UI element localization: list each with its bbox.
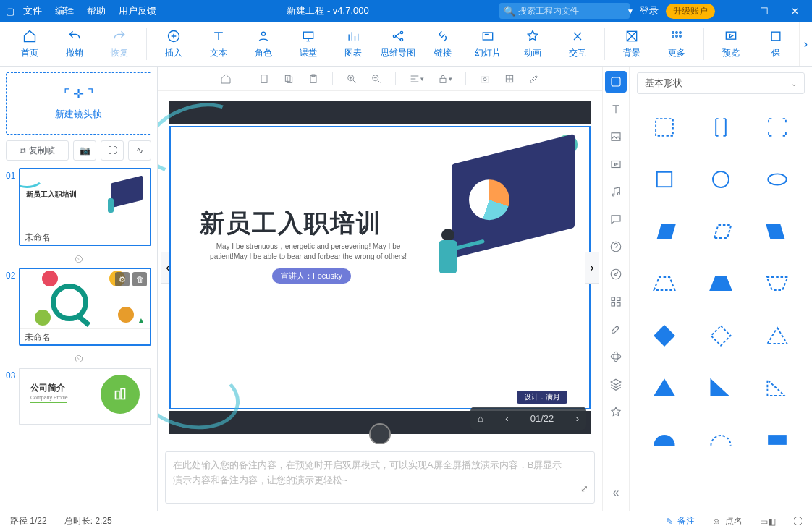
shape-block[interactable] bbox=[754, 424, 800, 456]
shape-ellipse[interactable] bbox=[754, 163, 800, 195]
presenter-badge[interactable]: 宣讲人：Focusky bbox=[272, 268, 351, 284]
rollcall-button[interactable]: ☺点名 bbox=[712, 515, 743, 527]
shape-triangle[interactable] bbox=[641, 372, 688, 404]
notes-toggle[interactable]: ✎备注 bbox=[666, 515, 695, 527]
ribbon-background[interactable]: 背景 bbox=[609, 28, 654, 59]
rail-comment[interactable] bbox=[605, 208, 627, 230]
copy-icon[interactable] bbox=[283, 73, 295, 85]
shape-arc-dashed[interactable] bbox=[698, 424, 744, 456]
rail-shapes[interactable] bbox=[605, 71, 627, 93]
shape-diamond-dashed[interactable] bbox=[698, 320, 744, 352]
edit-icon[interactable] bbox=[528, 73, 540, 85]
paste-icon[interactable] bbox=[308, 73, 319, 85]
ribbon-slide[interactable]: 幻灯片 bbox=[465, 28, 510, 59]
shape-trapezoid-dashed[interactable] bbox=[641, 268, 688, 300]
rail-favorite[interactable] bbox=[605, 401, 627, 422]
rail-help[interactable] bbox=[605, 236, 627, 258]
shape-right-triangle-dashed[interactable] bbox=[754, 372, 800, 404]
ribbon-mindmap[interactable]: 思维导图 bbox=[376, 28, 420, 59]
ribbon-more[interactable]: 更多 bbox=[654, 28, 699, 59]
menu-file[interactable]: 文件 bbox=[23, 4, 42, 17]
menu-edit[interactable]: 编辑 bbox=[55, 4, 74, 17]
shape-corners[interactable] bbox=[754, 111, 800, 143]
slide-thumb-2[interactable]: ▲ ⚙ 🗑 未命名 bbox=[19, 268, 151, 346]
shape-diamond[interactable] bbox=[641, 320, 688, 352]
upgrade-button[interactable]: 升级账户 bbox=[666, 4, 715, 19]
shape-arc[interactable] bbox=[641, 424, 688, 456]
ribbon-undo[interactable]: 撤销 bbox=[52, 28, 97, 59]
search-input[interactable] bbox=[518, 6, 627, 16]
slide-thumb-1[interactable]: 新员工入职培训 未命名 bbox=[19, 168, 151, 246]
ribbon-text[interactable]: 文本 bbox=[196, 28, 241, 59]
minimize-button[interactable]: — bbox=[722, 6, 745, 17]
camera-icon[interactable] bbox=[479, 73, 491, 85]
search-box[interactable]: 🔍 ▼ bbox=[499, 3, 630, 19]
rail-music[interactable] bbox=[605, 181, 627, 203]
shapes-dropdown[interactable]: 基本形状 ⌄ bbox=[637, 72, 805, 94]
notes-area[interactable]: 在此处输入您的备注内容，在预览时开启双屏模式，可以实现A屏全屏播放演示内容，B屏… bbox=[165, 451, 595, 504]
slide-subtitle[interactable]: May I be strenuous，energetic and perseve… bbox=[207, 242, 410, 262]
shape-circle[interactable] bbox=[698, 163, 744, 195]
ribbon-save[interactable]: 保 bbox=[753, 28, 798, 59]
ribbon-class[interactable]: 课堂 bbox=[286, 28, 331, 59]
rail-brush[interactable] bbox=[605, 318, 627, 340]
home-view-icon[interactable] bbox=[220, 73, 232, 85]
rail-text[interactable] bbox=[605, 98, 627, 120]
ribbon-interact[interactable]: 交互 bbox=[555, 28, 600, 59]
rail-layers[interactable] bbox=[605, 373, 627, 395]
new-frame-button[interactable]: ⌜ ✛ ⌝ 新建镜头帧 bbox=[6, 72, 151, 135]
shape-trapezoid[interactable] bbox=[698, 268, 744, 300]
zoom-in-icon[interactable] bbox=[346, 73, 358, 85]
ribbon-chart[interactable]: 图表 bbox=[331, 28, 376, 59]
rail-apps[interactable] bbox=[605, 291, 627, 313]
canvas[interactable]: 新员工入职培训 May I be strenuous，energetic and… bbox=[169, 101, 591, 434]
shape-right-triangle[interactable] bbox=[698, 372, 744, 404]
expand-icon[interactable]: ⤢ bbox=[580, 482, 588, 497]
path-button[interactable]: ∿ bbox=[128, 140, 151, 161]
slide-thumb-3[interactable]: 公司简介 Company Profile bbox=[19, 368, 151, 425]
fit-button[interactable]: ⛶ bbox=[101, 140, 124, 161]
close-button[interactable]: ✕ bbox=[783, 6, 806, 17]
rail-collapse[interactable]: « bbox=[605, 482, 627, 504]
ribbon-insert[interactable]: 插入 bbox=[151, 28, 196, 59]
zoom-out-icon[interactable] bbox=[371, 73, 382, 85]
menu-feedback[interactable]: 用户反馈 bbox=[119, 4, 156, 17]
page-prev-icon[interactable]: ‹ bbox=[505, 413, 508, 424]
grid-icon[interactable] bbox=[504, 73, 515, 85]
slide-timing-2[interactable]: ⏲ bbox=[6, 350, 151, 368]
shape-triangle-dashed[interactable] bbox=[754, 320, 800, 352]
shape-trapezoid-inv[interactable] bbox=[754, 268, 800, 300]
page-icon[interactable] bbox=[258, 73, 270, 85]
copy-frame-button[interactable]: ⧉复制帧 bbox=[6, 140, 69, 161]
ribbon-animation[interactable]: 动画 bbox=[510, 28, 555, 59]
status-timeline[interactable]: ▭◧ bbox=[760, 517, 776, 527]
slide-title[interactable]: 新员工入职培训 bbox=[200, 207, 382, 240]
ribbon-home[interactable]: 首页 bbox=[7, 28, 52, 59]
login-link[interactable]: 登录 bbox=[640, 4, 659, 17]
rail-video[interactable] bbox=[605, 153, 627, 175]
ribbon-preview[interactable]: 预览 bbox=[709, 28, 753, 59]
status-fullscreen[interactable]: ⛶ bbox=[793, 517, 802, 527]
rail-image[interactable] bbox=[605, 126, 627, 148]
page-next-icon[interactable]: › bbox=[576, 413, 579, 424]
shape-brackets[interactable] bbox=[698, 111, 744, 143]
menu-help[interactable]: 帮助 bbox=[87, 4, 106, 17]
slide-timing-1[interactable]: ⏲ bbox=[6, 250, 151, 268]
align-icon[interactable]: ▾ bbox=[409, 73, 424, 85]
thumb-delete-icon[interactable]: 🗑 bbox=[132, 272, 147, 286]
next-slide-button[interactable]: › bbox=[585, 252, 599, 284]
shape-rect[interactable] bbox=[641, 163, 688, 195]
ribbon-link[interactable]: 链接 bbox=[420, 28, 465, 59]
rail-compass[interactable] bbox=[605, 263, 627, 285]
shape-select-rect[interactable] bbox=[641, 111, 688, 143]
ribbon-redo[interactable]: 恢复 bbox=[97, 28, 142, 59]
lock-icon[interactable]: ▾ bbox=[437, 73, 452, 85]
ribbon-character[interactable]: 角色 bbox=[241, 28, 286, 59]
chevron-down-icon[interactable]: ▼ bbox=[627, 7, 634, 15]
maximize-button[interactable]: ☐ bbox=[753, 6, 776, 17]
rail-atom[interactable] bbox=[605, 346, 627, 368]
thumb-settings-icon[interactable]: ⚙ bbox=[115, 272, 130, 286]
ribbon-scroll-right[interactable]: › bbox=[799, 22, 812, 66]
capture-button[interactable]: 📷 bbox=[73, 140, 96, 161]
shape-parallelogram[interactable] bbox=[641, 216, 688, 247]
